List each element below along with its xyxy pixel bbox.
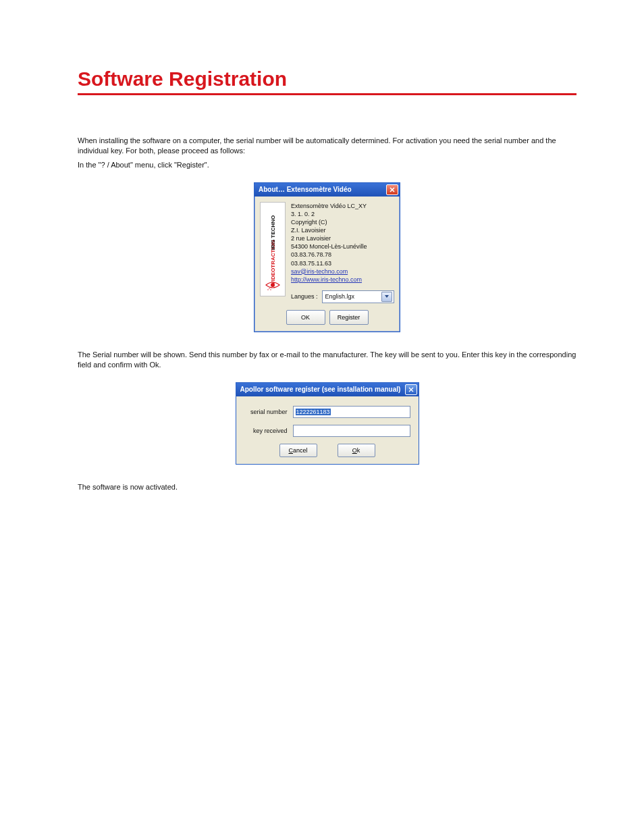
step2-text: The Serial number will be shown. Send th…	[78, 350, 576, 370]
register-ok-button[interactable]: Ok	[338, 444, 375, 457]
serial-number-label: serial number	[244, 409, 288, 415]
about-line6: 54300 Moncel-Lès-Lunéville	[291, 242, 394, 251]
register-titlebar[interactable]: Apollor software register (see installat…	[236, 383, 419, 396]
about-line2: 3. 1. 0. 2	[291, 210, 394, 218]
step1-text: In the "? / About" menu, click "Register…	[78, 160, 576, 170]
about-ok-label: OK	[301, 314, 310, 321]
register-cancel-label: Cancel	[288, 447, 307, 454]
about-register-button[interactable]: Register	[329, 310, 369, 325]
about-line4: Z.I. Lavoisier	[291, 226, 394, 234]
close-icon	[390, 187, 395, 192]
about-line1: Extensomètre Vidéo LC_XY	[291, 202, 394, 210]
lang-select[interactable]: English.lgx	[322, 290, 394, 303]
about-dialog-title: About… Extensomètre Vidéo	[259, 186, 352, 193]
serial-number-input[interactable]: 1222261183	[293, 406, 410, 418]
register-dialog-title: Apollor software register (see installat…	[240, 386, 401, 393]
about-line3: Copyright (C)	[291, 218, 394, 226]
about-email-link[interactable]: sav@iris-techno.com	[291, 268, 348, 275]
register-close-button[interactable]	[405, 384, 417, 395]
activated-text: The software is now activated.	[78, 482, 576, 492]
about-close-button[interactable]	[386, 184, 398, 195]
intro-text: When installing the software on a comput…	[78, 136, 576, 156]
page-title: Software Registration	[78, 68, 576, 90]
about-url-link[interactable]: http://www.iris-techno.com	[291, 276, 362, 283]
lang-label: Langues :	[291, 292, 318, 301]
register-ok-label: Ok	[352, 447, 360, 454]
title-divider	[78, 93, 576, 95]
about-line8: 03.83.75.11.63	[291, 259, 394, 267]
about-info-block: Extensomètre Vidéo LC_XY 3. 1. 0. 2 Copy…	[291, 202, 394, 303]
about-line5: 2 rue Lavoisier	[291, 234, 394, 242]
lang-selected-value: English.lgx	[325, 292, 355, 301]
serial-number-value: 1222261183	[296, 409, 331, 415]
svg-point-3	[270, 289, 271, 290]
about-register-label: Register	[338, 314, 360, 321]
key-received-label: key received	[244, 427, 288, 434]
about-dialog: About… Extensomètre Vidéo VIDEOTRACTION …	[254, 182, 400, 332]
about-titlebar[interactable]: About… Extensomètre Vidéo	[254, 183, 400, 197]
chevron-down-icon	[381, 292, 392, 302]
key-received-input[interactable]	[293, 425, 410, 437]
svg-point-1	[269, 288, 269, 288]
about-ok-button[interactable]: OK	[286, 310, 325, 325]
about-logo: VIDEOTRACTION IRIS TECHNO	[260, 202, 286, 296]
close-icon	[408, 387, 414, 392]
about-line7: 03.83.76.78.78	[291, 251, 394, 259]
register-cancel-button[interactable]: Cancel	[279, 444, 317, 457]
svg-point-2	[267, 289, 268, 290]
logo-text-2: IRIS TECHNO	[270, 215, 276, 250]
register-dialog: Apollor software register (see installat…	[236, 382, 419, 465]
